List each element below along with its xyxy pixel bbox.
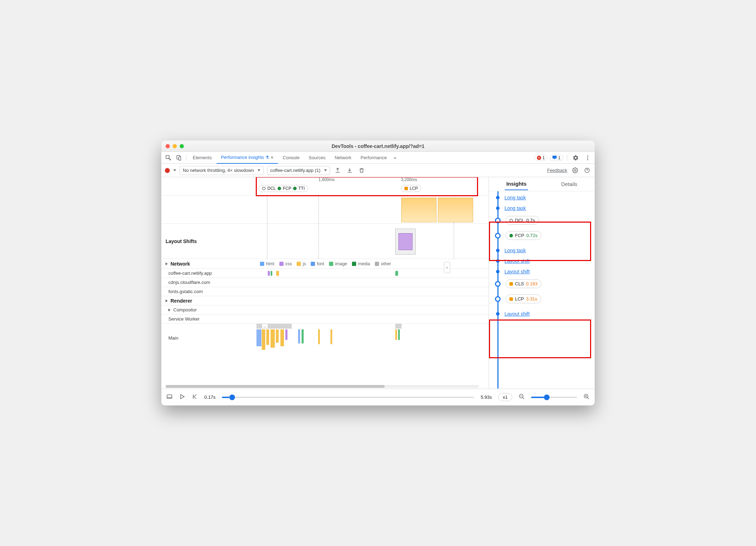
timeline-marker-icon — [495, 218, 501, 223]
tab-performance[interactable]: Performance — [357, 152, 391, 164]
tab-performance-insights[interactable]: Performance insights ⚗ × — [217, 152, 278, 164]
right-tabs: Insights Details — [489, 177, 595, 191]
section-network[interactable]: Network — [161, 259, 256, 268]
insight-layout-shift[interactable]: Layout shift — [504, 269, 530, 274]
section-renderer[interactable]: Renderer — [161, 296, 256, 305]
fcp-icon — [509, 234, 513, 237]
record-button[interactable] — [165, 168, 170, 173]
font-legend-icon — [311, 262, 315, 266]
dcl-icon — [509, 219, 513, 222]
metric-pill-dcl-fcp-tti[interactable]: DCL FCP TTI — [259, 185, 308, 192]
html-legend-icon — [260, 262, 264, 266]
flame-chart[interactable]: ... — [256, 324, 489, 348]
pane-resize-handle[interactable]: › — [444, 262, 450, 273]
tab-elements[interactable]: Elements — [188, 152, 216, 164]
zoom-in-icon[interactable] — [583, 393, 590, 401]
error-count: 1 — [543, 155, 545, 160]
timeline-dot-icon — [496, 259, 500, 263]
chevron-down-icon — [324, 169, 327, 171]
main-area: 1,600ms 3,200ms DCL FCP TTI LCP — [161, 177, 595, 389]
insight-dcl[interactable]: DCL 0.7s — [506, 216, 539, 225]
device-toolbar-icon[interactable] — [174, 153, 184, 163]
expand-icon — [166, 299, 168, 302]
tab-network[interactable]: Network — [330, 152, 356, 164]
network-host-row[interactable]: coffee-cart.netlify.app — [161, 269, 256, 278]
network-host-row[interactable]: cdnjs.cloudflare.com — [161, 278, 256, 287]
close-window-button[interactable] — [166, 144, 170, 148]
delete-icon[interactable] — [358, 167, 366, 173]
tab-label: Performance insights — [221, 155, 264, 160]
export-icon[interactable] — [334, 167, 342, 173]
scrub-slider[interactable] — [222, 397, 475, 398]
maximize-window-button[interactable] — [180, 144, 184, 148]
insight-long-task[interactable]: Long task — [504, 205, 526, 211]
feedback-link[interactable]: Feedback — [547, 168, 567, 173]
timeline-marker-icon — [495, 296, 501, 302]
import-icon[interactable] — [346, 167, 354, 173]
zoom-slider[interactable] — [531, 397, 577, 398]
network-bar[interactable] — [271, 271, 272, 276]
insight-lcp[interactable]: LCP 3.31s — [506, 294, 541, 303]
more-tabs-icon[interactable]: » — [392, 155, 398, 160]
timeline-dot-icon — [496, 196, 500, 199]
error-badge[interactable]: × 1 — [534, 155, 548, 161]
close-tab-icon[interactable]: × — [271, 155, 273, 160]
tab-console[interactable]: Console — [279, 152, 304, 164]
svg-point-6 — [574, 169, 576, 171]
frame-thumbnail[interactable] — [438, 198, 473, 222]
time-tick: 3,200ms — [401, 177, 417, 182]
tti-marker-icon — [293, 187, 297, 190]
svg-rect-8 — [167, 395, 172, 399]
minimize-window-button[interactable] — [173, 144, 177, 148]
insight-fcp[interactable]: FCP 0.72s — [506, 231, 541, 240]
section-layout-shifts: Layout Shifts — [161, 224, 256, 259]
window-titlebar: DevTools - coffee-cart.netlify.app/?ad=1 — [161, 141, 595, 152]
experiment-icon: ⚗ — [265, 155, 269, 160]
drawer-toggle-icon[interactable] — [166, 393, 173, 401]
rewind-icon[interactable] — [192, 393, 198, 401]
expand-icon — [168, 309, 171, 311]
scrub-end-time: 5.93s — [481, 395, 492, 400]
frame-thumbnail[interactable] — [401, 198, 436, 222]
timeline-header: 1,600ms 3,200ms DCL FCP TTI LCP — [161, 177, 489, 196]
network-bar[interactable] — [268, 271, 270, 276]
zoom-out-icon[interactable] — [519, 393, 525, 401]
throttling-select[interactable]: No network throttling, 4× slowdown — [180, 166, 264, 175]
throttling-label: No network throttling, 4× slowdown — [183, 168, 254, 173]
section-main[interactable]: Main — [161, 324, 256, 352]
cls-icon — [509, 282, 513, 286]
horizontal-scrollbar[interactable] — [166, 385, 479, 388]
insight-long-task[interactable]: Long task — [504, 248, 526, 253]
section-compositor[interactable]: Compositor — [161, 305, 256, 314]
lcp-icon — [509, 297, 513, 301]
inspect-icon[interactable] — [163, 153, 173, 163]
tab-insights[interactable]: Insights — [505, 178, 528, 190]
insight-cls[interactable]: CLS 0.193 — [506, 279, 541, 288]
image-legend-icon — [329, 262, 333, 266]
layout-shift-thumbnail[interactable] — [395, 229, 416, 255]
section-service-worker[interactable]: Service Worker — [161, 315, 256, 323]
network-bar[interactable] — [395, 271, 398, 276]
page-select[interactable]: coffee-cart.netlify.app (1) — [267, 166, 330, 175]
tab-sources[interactable]: Sources — [304, 152, 330, 164]
play-icon[interactable] — [179, 393, 185, 401]
timeline-marker-icon — [495, 233, 501, 238]
settings-icon[interactable] — [571, 153, 581, 163]
message-count: 1 — [558, 155, 560, 160]
tab-details[interactable]: Details — [560, 178, 579, 190]
help-icon[interactable] — [583, 167, 591, 173]
network-host-row[interactable]: fonts.gstatic.com — [161, 287, 256, 296]
network-bar[interactable] — [276, 271, 279, 276]
insight-layout-shift[interactable]: Layout shift — [504, 311, 530, 317]
time-ruler: 1,600ms 3,200ms — [256, 177, 489, 184]
scrub-start-time: 0.17s — [204, 395, 216, 400]
playback-speed[interactable]: x1 — [498, 393, 512, 401]
insight-layout-shift[interactable]: Layout shift — [504, 258, 530, 264]
panel-settings-icon[interactable] — [571, 167, 579, 173]
metric-pill-lcp[interactable]: LCP — [401, 185, 421, 192]
other-legend-icon — [375, 262, 379, 266]
more-menu-icon[interactable] — [583, 153, 593, 163]
insight-long-task[interactable]: Long task — [504, 195, 526, 200]
message-badge[interactable]: 1 — [550, 155, 563, 161]
record-menu-icon[interactable] — [173, 169, 176, 171]
